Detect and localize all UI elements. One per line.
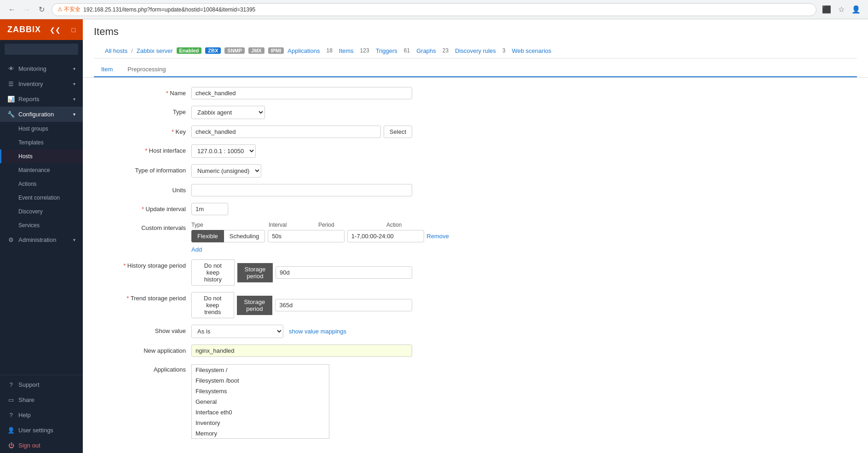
sidebar-item-configuration[interactable]: 🔧 Configuration [0, 107, 83, 122]
extensions-button[interactable]: ⬛ [820, 3, 833, 16]
interval-row: Flexible Scheduling Remove [191, 230, 449, 242]
sidebar-item-reports[interactable]: 📊 Reports [0, 92, 83, 107]
sidebar-item-maintenance[interactable]: Maintenance [0, 163, 83, 177]
sidebar-item-help[interactable]: ? Help [0, 407, 83, 423]
sidebar-item-label: User settings [18, 427, 53, 434]
tab-preprocessing[interactable]: Preprocessing [120, 62, 173, 77]
app-item-filesystem[interactable]: Filesystem / [192, 365, 329, 375]
help-icon: ? [7, 412, 15, 419]
interval-period-input[interactable] [347, 230, 424, 242]
app-item-filesystem-boot[interactable]: Filesystem /boot [192, 375, 329, 386]
all-hosts-link[interactable]: All hosts [105, 47, 127, 54]
app-item-inventory[interactable]: Inventory [192, 418, 329, 428]
trend-storage-period-button[interactable]: Storage period [237, 296, 273, 315]
col-type-header: Type [191, 222, 265, 228]
reload-button[interactable]: ↻ [35, 3, 48, 16]
sidebar-collapse-icon[interactable]: ❮❮ [50, 26, 61, 34]
share-icon: ▭ [7, 396, 15, 403]
new-application-input[interactable] [191, 344, 412, 357]
browser-bar: ← → ↻ ⚠ 不安全 192.168.25.131/items.php?for… [0, 0, 868, 19]
select-button[interactable]: Select [384, 126, 412, 138]
history-storage-row: Do not keep history Storage period [191, 259, 412, 286]
bookmark-button[interactable]: ☆ [835, 3, 848, 16]
sidebar-bottom: ? Support ▭ Share ? Help 👤 User settings… [0, 373, 83, 453]
no-keep-trends-button[interactable]: Do not keep trends [191, 292, 234, 318]
zbx-badge: ZBX [205, 47, 221, 54]
remove-link[interactable]: Remove [427, 233, 449, 240]
form-row-units: Units [94, 184, 857, 196]
interval-value-input[interactable] [268, 230, 345, 242]
sidebar-item-monitoring[interactable]: 👁 Monitoring [0, 61, 83, 76]
sidebar-item-user-settings[interactable]: 👤 User settings [0, 423, 83, 438]
inventory-icon: ☰ [7, 80, 15, 87]
host-name-link[interactable]: Zabbix server [137, 47, 173, 54]
sidebar-item-event-correlation[interactable]: Event correlation [0, 191, 83, 205]
history-value-input[interactable] [276, 266, 412, 279]
sidebar-expand-icon[interactable]: □ [72, 26, 75, 34]
no-keep-history-button[interactable]: Do not keep history [191, 259, 235, 286]
sidebar-item-hosts[interactable]: Hosts [0, 149, 83, 163]
show-value-mappings-link[interactable]: show value mappings [289, 328, 346, 335]
type-info-select[interactable]: Numeric (unsigned) Numeric (float) Chara… [191, 164, 261, 178]
sidebar-item-share[interactable]: ▭ Share [0, 392, 83, 407]
snmp-badge: SNMP [224, 47, 245, 54]
history-control: Do not keep history Storage period [191, 259, 412, 286]
main-nav: 👁 Monitoring ☰ Inventory 📊 Reports 🔧 Con… [0, 58, 83, 250]
name-control [191, 87, 412, 99]
app-item-interface-eth0[interactable]: Interface eth0 [192, 407, 329, 418]
support-icon: ? [7, 381, 15, 388]
sidebar-item-discovery[interactable]: Discovery [0, 205, 83, 218]
show-value-label: Show value [94, 325, 186, 334]
triggers-link[interactable]: Triggers [376, 47, 397, 54]
sidebar-item-services[interactable]: Services [0, 218, 83, 232]
browser-actions: ⬛ ☆ 👤 [820, 3, 862, 16]
type-select[interactable]: Zabbix agent Zabbix agent (active) Simpl… [191, 106, 265, 119]
units-label: Units [94, 184, 186, 194]
app-item-general[interactable]: General [192, 396, 329, 407]
forward-button[interactable]: → [20, 3, 33, 16]
app-item-filesystems[interactable]: Filesystems [192, 386, 329, 396]
tab-item[interactable]: Item [94, 62, 120, 77]
name-input[interactable] [191, 87, 412, 99]
history-storage-period-button[interactable]: Storage period [237, 263, 273, 282]
discovery-rules-link[interactable]: Discovery rules [455, 47, 496, 54]
sidebar-item-host-groups[interactable]: Host groups [0, 122, 83, 136]
items-link[interactable]: Items [339, 47, 354, 54]
browser-nav: ← → ↻ [6, 3, 48, 16]
configuration-icon: 🔧 [7, 111, 15, 118]
type-control: Zabbix agent Zabbix agent (active) Simpl… [191, 106, 412, 119]
back-button[interactable]: ← [6, 3, 18, 16]
scheduling-button[interactable]: Scheduling [224, 230, 265, 242]
add-interval-row: Add [191, 246, 449, 253]
graphs-link[interactable]: Graphs [416, 47, 436, 54]
units-input[interactable] [191, 184, 412, 196]
profile-button[interactable]: 👤 [850, 3, 862, 16]
sidebar-item-templates[interactable]: Templates [0, 136, 83, 149]
new-application-label: New application [94, 344, 186, 354]
form-row-show-value: Show value As is show value mappings [94, 325, 857, 338]
sidebar-item-support[interactable]: ? Support [0, 377, 83, 392]
sidebar-item-administration[interactable]: ⚙ Administration [0, 232, 83, 247]
form-row-type-info: Type of information Numeric (unsigned) N… [94, 164, 857, 178]
host-interface-select[interactable]: 127.0.0.1 : 10050 [191, 144, 256, 158]
show-value-select[interactable]: As is [191, 325, 283, 338]
add-interval-link[interactable]: Add [191, 246, 202, 253]
trend-value-input[interactable] [275, 299, 412, 311]
show-value-control: As is show value mappings [191, 325, 412, 338]
host-interface-control: 127.0.0.1 : 10050 [191, 144, 412, 158]
sidebar-item-actions[interactable]: Actions [0, 177, 83, 191]
web-scenarios-link[interactable]: Web scenarios [512, 47, 552, 54]
search-input[interactable] [5, 44, 78, 55]
trend-label: Trend storage period [94, 292, 186, 302]
address-bar[interactable]: ⚠ 不安全 192.168.25.131/items.php?form=upda… [52, 3, 816, 16]
custom-intervals-label: Custom intervals [94, 222, 186, 231]
col-interval-header: Interval [269, 222, 315, 228]
key-input[interactable] [191, 126, 381, 138]
sidebar-item-label: Sign out [18, 442, 40, 449]
app-item-memory[interactable]: Memory [192, 428, 329, 438]
sidebar-item-inventory[interactable]: ☰ Inventory [0, 76, 83, 92]
flexible-button[interactable]: Flexible [191, 230, 224, 242]
sidebar-item-sign-out[interactable]: ⏻ Sign out [0, 438, 83, 453]
update-interval-input[interactable] [191, 203, 228, 215]
applications-link[interactable]: Applications [287, 47, 320, 54]
